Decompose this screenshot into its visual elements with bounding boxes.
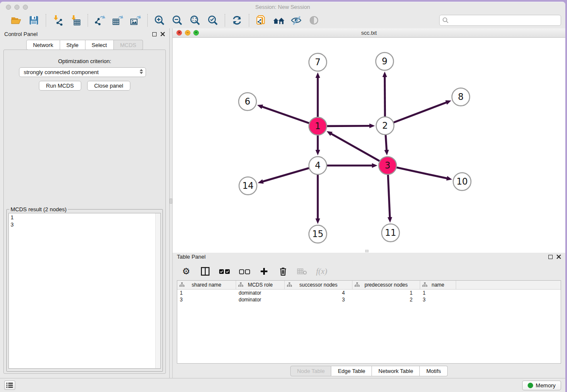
graph-node-15[interactable]: 15 xyxy=(309,225,327,243)
minimize-window-button[interactable] xyxy=(14,5,19,10)
table-cell: 1 xyxy=(420,290,456,296)
graph-edge-1-7[interactable] xyxy=(316,72,320,119)
graph-edge-4-3[interactable] xyxy=(325,163,377,168)
graph-node-2[interactable]: 2 xyxy=(376,117,394,135)
graph-edge-1-4[interactable] xyxy=(316,134,320,155)
network-minimize-button[interactable]: − xyxy=(185,30,190,36)
control-panel: Control Panel Network Style Select MCDS … xyxy=(0,28,170,378)
delete-column-icon[interactable] xyxy=(278,266,288,277)
mcds-result-title: MCDS result (2 nodes) xyxy=(9,206,68,213)
network-maximize-button[interactable]: + xyxy=(193,30,199,36)
export-network-icon[interactable] xyxy=(94,14,106,26)
network-close-button[interactable]: ✕ xyxy=(176,30,182,36)
table-panel-title: Table Panel xyxy=(177,254,206,260)
graph-node-3[interactable]: 3 xyxy=(379,157,396,174)
flat-column-icon xyxy=(422,282,427,289)
graph-node-10[interactable]: 10 xyxy=(453,173,471,190)
memory-button[interactable]: Memory xyxy=(522,381,561,390)
panel-splitter[interactable] xyxy=(170,28,172,378)
tab-mcds[interactable]: MCDS xyxy=(114,40,143,50)
tab-network[interactable]: Network xyxy=(26,40,60,50)
save-session-icon[interactable] xyxy=(28,14,40,26)
float-table-panel-icon[interactable] xyxy=(548,255,553,259)
network-window-title: scc.txt xyxy=(173,28,565,37)
graph-node-6[interactable]: 6 xyxy=(239,93,256,110)
graph-edge-3-11[interactable] xyxy=(388,173,392,223)
network-graph[interactable]: 1234678910111415 xyxy=(173,38,565,251)
run-mcds-button[interactable]: Run MCDS xyxy=(39,81,81,91)
tab-node-table[interactable]: Node Table xyxy=(290,366,332,376)
node-label: 1 xyxy=(315,121,320,131)
tab-network-table[interactable]: Network Table xyxy=(372,366,420,376)
network-canvas[interactable]: 1234678910111415 xyxy=(173,38,565,253)
graph-edge-2-8[interactable] xyxy=(392,100,451,123)
toggle-panel-layout-icon[interactable] xyxy=(200,266,210,277)
duplicate-network-icon[interactable] xyxy=(255,14,267,26)
graph-edge-3-1[interactable] xyxy=(327,131,381,162)
task-history-button[interactable] xyxy=(4,381,15,390)
column-header-shared-name[interactable]: shared name xyxy=(177,281,236,289)
deselect-all-columns-icon[interactable] xyxy=(239,266,250,277)
mcds-result-text[interactable]: 1 3 xyxy=(8,213,161,369)
apply-layout-icon[interactable] xyxy=(231,14,243,26)
graph-node-8[interactable]: 8 xyxy=(452,88,470,106)
resize-grip[interactable] xyxy=(365,250,369,252)
graph-node-4[interactable]: 4 xyxy=(309,157,327,174)
graph-edge-4-15[interactable] xyxy=(316,173,320,224)
column-header-predecessor-nodes[interactable]: predecessor nodes xyxy=(352,281,420,289)
graph-edge-3-10[interactable] xyxy=(395,167,452,181)
node-table[interactable]: shared nameMCDS rolesuccessor nodesprede… xyxy=(177,280,561,364)
first-neighbors-icon[interactable] xyxy=(273,14,285,26)
graph-edge-2-3[interactable] xyxy=(384,133,389,155)
close-table-panel-icon[interactable] xyxy=(556,254,561,259)
import-table-icon[interactable] xyxy=(70,14,82,26)
export-table-icon[interactable] xyxy=(112,14,124,26)
create-column-icon[interactable] xyxy=(259,266,269,277)
node-label: 3 xyxy=(385,160,390,171)
network-view-window: ✕ − + scc.txt 1234678910111415 xyxy=(172,28,565,251)
zoom-window-button[interactable] xyxy=(23,5,28,10)
float-panel-icon[interactable] xyxy=(152,32,157,36)
close-panel-icon[interactable] xyxy=(160,32,165,36)
tab-motifs[interactable]: Motifs xyxy=(420,366,448,376)
graph-edge-1-6[interactable] xyxy=(257,105,311,124)
zoom-out-icon[interactable] xyxy=(171,14,183,26)
criterion-selected-value: strongly connected component xyxy=(24,69,99,75)
tab-select[interactable]: Select xyxy=(85,40,114,50)
flat-column-icon xyxy=(179,282,184,289)
select-all-columns-icon[interactable] xyxy=(219,266,230,277)
graph-edge-4-14[interactable] xyxy=(258,168,311,184)
column-header-successor-nodes[interactable]: successor nodes xyxy=(285,281,352,289)
import-network-icon[interactable] xyxy=(52,14,64,26)
close-window-button[interactable] xyxy=(6,5,11,10)
tab-edge-table[interactable]: Edge Table xyxy=(331,366,372,376)
result-scrollbar[interactable] xyxy=(155,213,160,368)
table-row[interactable]: 1dominator411 xyxy=(177,290,561,296)
splitter-grip[interactable] xyxy=(170,199,172,204)
export-image-icon[interactable] xyxy=(129,14,141,26)
close-panel-button[interactable]: Close panel xyxy=(87,81,131,91)
graph-node-1[interactable]: 1 xyxy=(309,117,327,135)
graph-node-14[interactable]: 14 xyxy=(239,177,257,195)
zoom-selected-icon[interactable] xyxy=(207,14,219,26)
graph-node-9[interactable]: 9 xyxy=(376,52,394,70)
show-graphics-details-icon[interactable] xyxy=(308,14,320,26)
search-input[interactable] xyxy=(439,15,561,26)
column-header-name[interactable]: name xyxy=(420,281,456,289)
zoom-in-icon[interactable] xyxy=(154,14,165,26)
table-row[interactable]: 3dominator323 xyxy=(177,296,561,303)
graph-edge-2-9[interactable] xyxy=(383,72,387,118)
zoom-fit-icon[interactable] xyxy=(189,14,201,26)
graph-node-7[interactable]: 7 xyxy=(309,53,327,71)
open-session-icon[interactable] xyxy=(10,14,22,26)
tab-style[interactable]: Style xyxy=(60,40,85,50)
column-header-MCDS-role[interactable]: MCDS role xyxy=(236,281,285,289)
hide-selected-icon[interactable] xyxy=(291,14,303,26)
node-label: 9 xyxy=(382,56,387,66)
criterion-select[interactable]: strongly connected component xyxy=(19,67,146,77)
table-settings-icon[interactable]: ⚙ xyxy=(181,266,191,277)
flat-column-icon xyxy=(238,282,243,289)
graph-node-11[interactable]: 11 xyxy=(382,224,399,242)
graph-edge-1-2[interactable] xyxy=(325,124,375,128)
network-window-titlebar[interactable]: ✕ − + scc.txt xyxy=(173,28,565,38)
